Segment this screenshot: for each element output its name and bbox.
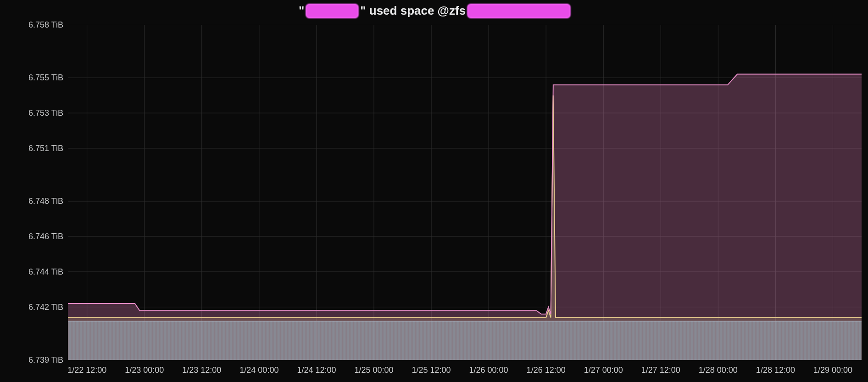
x-tick-label: 1/25 12:00	[412, 365, 451, 375]
x-tick-label: 1/23 00:00	[125, 365, 164, 375]
y-tick-label: 6.758 TiB	[0, 20, 66, 30]
x-tick-label: 1/22 12:00	[67, 365, 106, 375]
y-tick-label: 6.744 TiB	[0, 267, 66, 276]
y-tick-label: 6.742 TiB	[0, 302, 66, 312]
x-tick-label: 1/28 12:00	[756, 365, 795, 375]
y-tick-label: 6.753 TiB	[0, 108, 66, 118]
x-tick-label: 1/29 00:00	[813, 365, 852, 375]
redacted-label-a	[307, 5, 357, 17]
x-tick-label: 1/28 00:00	[699, 365, 738, 375]
y-tick-label: 6.751 TiB	[0, 143, 66, 153]
x-tick-label: 1/26 12:00	[527, 365, 566, 375]
x-tick-label: 1/27 00:00	[584, 365, 623, 375]
x-tick-label: 1/24 00:00	[239, 365, 278, 375]
chart-title: " " used space @zfs	[0, 4, 868, 18]
x-tick-label: 1/23 12:00	[182, 365, 221, 375]
x-tick-label: 1/26 00:00	[469, 365, 508, 375]
y-tick-label: 6.748 TiB	[0, 197, 66, 206]
x-tick-label: 1/25 00:00	[354, 365, 393, 375]
redacted-label-b	[468, 5, 569, 17]
series-pink-area[interactable]	[68, 74, 862, 360]
chart-panel[interactable]: " " used space @zfs 6.739 TiB6.742 TiB6.…	[0, 0, 868, 382]
chart-area[interactable]: 6.739 TiB6.742 TiB6.744 TiB6.746 TiB6.74…	[0, 0, 868, 382]
x-tick-label: 1/27 12:00	[641, 365, 680, 375]
y-tick-label: 6.739 TiB	[0, 355, 66, 365]
title-mid: " used space @zfs	[360, 4, 466, 18]
title-prefix: "	[299, 4, 304, 18]
y-tick-label: 6.746 TiB	[0, 232, 66, 242]
y-tick-label: 6.755 TiB	[0, 73, 66, 83]
x-tick-label: 1/24 12:00	[297, 365, 336, 375]
chart-svg[interactable]	[68, 25, 862, 360]
